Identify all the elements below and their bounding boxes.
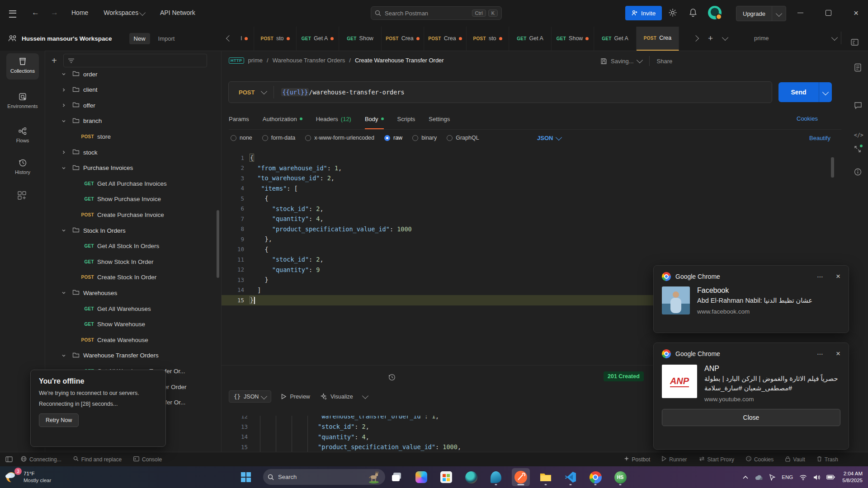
config-tab-headers[interactable]: Headers(12) bbox=[316, 109, 351, 129]
workspace-tab[interactable]: l bbox=[235, 27, 254, 51]
rail-collections[interactable]: Collections bbox=[0, 57, 45, 74]
chrome-notification-facebook[interactable]: Google Chrome ⋯ × Facebook Abd El-Rahman… bbox=[653, 265, 849, 333]
workspace-header[interactable]: Hussein mansour's Workspace New Import bbox=[0, 26, 222, 51]
config-tab-body[interactable]: Body bbox=[365, 109, 384, 129]
response-format-select[interactable]: {}JSON bbox=[229, 390, 271, 403]
retry-now-button[interactable]: Retry Now bbox=[39, 413, 79, 427]
window-close-button[interactable]: × bbox=[854, 8, 859, 18]
nav-workspaces[interactable]: Workspaces bbox=[104, 9, 145, 16]
tree-folder[interactable]: client bbox=[45, 82, 222, 98]
editor-line[interactable]: 5 { bbox=[222, 193, 836, 204]
chrome-notification-anp[interactable]: Google Chrome ⋯ × ANP ANP حصرياً فيلم ال… bbox=[653, 343, 849, 450]
workspace-tab[interactable]: POSTsto bbox=[467, 27, 509, 51]
tree-folder[interactable]: order bbox=[45, 70, 222, 82]
config-tab-scripts[interactable]: Scripts bbox=[397, 109, 415, 129]
statusbar-cookies[interactable]: Cookies bbox=[746, 456, 774, 463]
taskbar-app-copilot[interactable] bbox=[412, 468, 430, 486]
workspace-tab[interactable]: GETGet A bbox=[509, 27, 552, 51]
taskbar-app-postman[interactable] bbox=[512, 468, 530, 486]
notification-close-icon[interactable]: × bbox=[836, 349, 840, 358]
comments-icon[interactable] bbox=[854, 102, 862, 109]
editor-line[interactable]: 6 "stock_id": 2, bbox=[222, 204, 836, 214]
chevron-right-icon[interactable] bbox=[59, 88, 69, 92]
tree-folder[interactable]: Warehouses bbox=[45, 285, 222, 300]
rail-environments[interactable]: Environments bbox=[0, 92, 45, 109]
nav-home[interactable]: Home bbox=[71, 9, 88, 16]
taskbar-app-file-explorer[interactable] bbox=[537, 468, 555, 486]
add-tab-icon[interactable]: + bbox=[708, 33, 713, 43]
share-button[interactable]: Share bbox=[657, 58, 673, 65]
tree-request[interactable]: GETGet All Stock In Orders bbox=[45, 239, 222, 254]
editor-scrollbar[interactable] bbox=[831, 157, 834, 178]
notification-more-icon[interactable]: ⋯ bbox=[817, 350, 824, 357]
statusbar-runner[interactable]: Runner bbox=[662, 456, 687, 463]
tree-request[interactable]: GETShow Warehouse bbox=[45, 317, 222, 332]
chevron-down-icon[interactable] bbox=[59, 228, 69, 233]
taskbar-app-opera-browser[interactable] bbox=[462, 468, 480, 486]
workspace-tab[interactable]: GETGet A bbox=[594, 27, 637, 51]
rail-flows[interactable]: Flows bbox=[0, 127, 45, 143]
nav-back-icon[interactable]: ← bbox=[32, 8, 39, 17]
statusbar-trash[interactable]: Trash bbox=[817, 456, 838, 463]
workspace-tab[interactable]: GETGet A bbox=[297, 27, 339, 51]
sidebar-toggle-icon[interactable] bbox=[5, 456, 13, 462]
taskbar-app-vscode[interactable] bbox=[561, 468, 580, 486]
editor-line[interactable]: 7 "quantity": 4, bbox=[222, 214, 836, 224]
breadcrumb-workspace[interactable]: prime bbox=[248, 57, 263, 64]
response-more-chevron-icon[interactable] bbox=[362, 392, 368, 399]
window-minimize-button[interactable] bbox=[797, 13, 803, 13]
body-editor[interactable]: 1{2 "from_warehouse_id": 1,3 "to_warehou… bbox=[222, 153, 849, 366]
editor-line[interactable]: 9 }, bbox=[222, 234, 836, 244]
method-chevron-icon[interactable] bbox=[261, 88, 267, 94]
taskbar-app-chrome[interactable] bbox=[586, 468, 604, 486]
config-tab-params[interactable]: Params bbox=[229, 109, 249, 129]
chevron-right-icon[interactable] bbox=[59, 103, 69, 108]
tree-folder[interactable]: Stock In Orders bbox=[45, 223, 222, 238]
editor-line[interactable]: 10 { bbox=[222, 244, 836, 255]
method-select[interactable]: POST bbox=[239, 89, 255, 96]
upgrade-button[interactable]: Upgrade bbox=[736, 6, 786, 21]
workspace-tab[interactable]: GETShow bbox=[552, 27, 594, 51]
url-input[interactable]: {{url}}/warehouse-transfer-orders bbox=[281, 89, 404, 96]
tree-request[interactable]: GETGet All Warehouses bbox=[45, 301, 222, 316]
taskbar-app-microsoft-store[interactable] bbox=[437, 468, 455, 486]
upgrade-chevron-icon[interactable] bbox=[772, 10, 786, 17]
add-panel-icon[interactable] bbox=[17, 191, 27, 201]
invite-button[interactable]: Invite bbox=[625, 6, 662, 20]
taskbar-weather-widget[interactable]: 3 71°FMostly clear bbox=[5, 469, 51, 485]
statusbar-console[interactable]: Console bbox=[133, 456, 162, 463]
tree-request[interactable]: POSTCreate Warehouse bbox=[45, 332, 222, 347]
send-button[interactable]: Send bbox=[778, 82, 832, 102]
chevron-down-icon[interactable] bbox=[59, 353, 69, 358]
main-menu-button[interactable] bbox=[9, 10, 16, 18]
workspace-tab[interactable]: POSTCrea bbox=[382, 27, 424, 51]
start-button[interactable] bbox=[241, 472, 251, 482]
tree-add-icon[interactable]: + bbox=[52, 56, 57, 66]
tray-clock[interactable]: 2:04 AM5/8/2025 bbox=[842, 470, 863, 484]
tree-folder[interactable]: offer bbox=[45, 98, 222, 113]
statusbar-connecting-[interactable]: Connecting... bbox=[21, 456, 61, 463]
statusbar-start-proxy[interactable]: Start Proxy bbox=[699, 456, 734, 463]
config-tab-authorization[interactable]: Authorization bbox=[263, 109, 302, 129]
documentation-icon[interactable] bbox=[854, 63, 862, 72]
tray-wifi-icon[interactable] bbox=[799, 474, 807, 480]
tree-request[interactable]: GETShow Purchase Invoice bbox=[45, 192, 222, 207]
chevron-down-icon[interactable] bbox=[59, 291, 69, 295]
editor-line[interactable]: 3 "to_warehouse_id": 2, bbox=[222, 173, 836, 183]
body-mode-raw[interactable]: raw bbox=[384, 135, 412, 141]
tray-language[interactable]: ENG bbox=[782, 474, 793, 480]
tree-request[interactable]: GETGet All Purchase Invoices bbox=[45, 176, 222, 191]
tray-onedrive-icon[interactable] bbox=[755, 474, 763, 480]
environment-quick-look-icon[interactable] bbox=[851, 39, 859, 46]
notification-close-button[interactable]: Close bbox=[662, 409, 840, 426]
user-avatar[interactable] bbox=[708, 6, 722, 19]
response-visualize-button[interactable]: Visualize bbox=[320, 393, 353, 400]
taskbar-search[interactable]: Search bbox=[263, 469, 385, 485]
workspace-tab[interactable]: POSTsto bbox=[254, 27, 297, 51]
beautify-link[interactable]: Beautify bbox=[809, 135, 830, 141]
tree-folder[interactable]: Warehouse Transfer Orders bbox=[45, 348, 222, 363]
taskbar-app-hs-app[interactable]: HS bbox=[611, 468, 629, 486]
tray-volume-icon[interactable] bbox=[813, 474, 820, 480]
body-mode-form-data[interactable]: form-data bbox=[262, 135, 306, 141]
workspace-tab[interactable]: POSTCrea bbox=[637, 27, 679, 51]
